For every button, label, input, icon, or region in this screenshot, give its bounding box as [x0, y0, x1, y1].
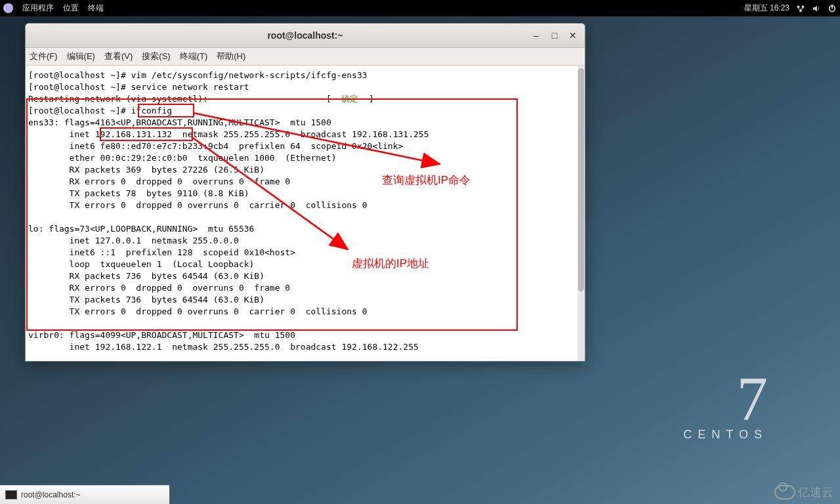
window-close-button[interactable]: ✕: [566, 29, 579, 42]
menu-terminal-sub[interactable]: 终端(T): [180, 51, 208, 62]
clock[interactable]: 星期五 16:23: [744, 3, 789, 14]
network-icon[interactable]: [796, 4, 805, 13]
bottom-taskbar: root@localhost:~: [0, 485, 169, 504]
taskbar-terminal-item[interactable]: root@localhost:~: [0, 486, 86, 504]
centos-label: CENTOS: [683, 428, 768, 442]
menu-terminal[interactable]: 终端: [88, 3, 104, 14]
terminal-window: root@localhost:~ – □ ✕ 文件(F) 编辑(E) 查看(V)…: [25, 23, 585, 362]
menu-file[interactable]: 文件(F): [30, 51, 58, 62]
svg-rect-4: [831, 4, 833, 8]
power-icon[interactable]: [828, 4, 837, 13]
window-maximize-button[interactable]: □: [548, 29, 561, 42]
volume-icon[interactable]: [812, 4, 821, 13]
window-menubar: 文件(F) 编辑(E) 查看(V) 搜索(S) 终端(T) 帮助(H): [26, 48, 585, 66]
gnome-topbar: 应用程序 位置 终端 星期五 16:23: [0, 0, 840, 16]
menu-search[interactable]: 搜索(S): [142, 51, 170, 62]
window-minimize-button[interactable]: –: [530, 29, 543, 42]
terminal-output: [root@localhost ~]# vim /etc/sysconfig/n…: [28, 70, 582, 353]
menu-applications[interactable]: 应用程序: [22, 3, 54, 14]
menu-edit[interactable]: 编辑(E): [67, 51, 95, 62]
terminal-body[interactable]: [root@localhost ~]# vim /etc/sysconfig/n…: [26, 66, 585, 361]
cloud-icon: [774, 485, 795, 499]
window-titlebar[interactable]: root@localhost:~ – □ ✕: [26, 24, 585, 48]
watermark-text: 亿速云: [798, 484, 833, 500]
menu-view[interactable]: 查看(V): [104, 51, 133, 62]
menu-help[interactable]: 帮助(H): [217, 51, 245, 62]
gnome-logo-icon: [3, 3, 13, 13]
taskbar-item-label: root@localhost:~: [21, 490, 81, 499]
centos-branding: 7 CENTOS: [683, 368, 768, 442]
window-title: root@localhost:~: [267, 30, 343, 41]
centos-version: 7: [683, 368, 768, 430]
svg-rect-0: [797, 5, 800, 8]
desktop: 应用程序 位置 终端 星期五 16:23 root@localhost:~ – …: [0, 0, 840, 504]
menu-places[interactable]: 位置: [63, 3, 79, 14]
svg-rect-1: [802, 5, 805, 8]
watermark: 亿速云: [774, 484, 833, 500]
terminal-icon: [5, 490, 17, 499]
